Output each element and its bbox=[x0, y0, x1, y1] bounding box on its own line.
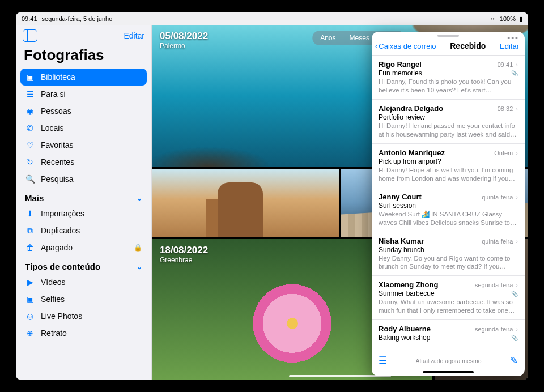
sidebar-edit-button[interactable]: Editar bbox=[124, 31, 144, 40]
photo-thumbnail[interactable] bbox=[152, 169, 339, 237]
sidebar-item-label: Live Photos bbox=[41, 312, 82, 321]
attachment-icon: 📎 bbox=[511, 291, 518, 297]
sidebar-item[interactable]: ♡Favoritas bbox=[20, 137, 147, 154]
mail-row[interactable]: Xiaomeng Zhongsegunda-feira ›📎Summer bar… bbox=[372, 276, 525, 320]
segment-years[interactable]: Anos bbox=[313, 32, 342, 44]
mail-subject: Baking workshop bbox=[379, 334, 518, 342]
sidebar-item[interactable]: ▣Selfies bbox=[20, 291, 147, 308]
sidebar-item-icon: ⧉ bbox=[25, 226, 35, 236]
mail-row[interactable]: Antonio ManriquezOntem ›Pick up from air… bbox=[372, 144, 525, 188]
mail-subject: Pick up from airport? bbox=[379, 157, 518, 165]
chevron-right-icon: › bbox=[516, 282, 518, 288]
sidebar-item-icon: 🗑 bbox=[25, 243, 35, 252]
sidebar-item-label: Locais bbox=[41, 123, 63, 133]
sidebar-item-label: Para si bbox=[41, 90, 66, 99]
mail-preview: Hi Danny! Herland passed me your contact… bbox=[379, 122, 518, 139]
section-types[interactable]: Tipos de conteúdo ⌄ bbox=[20, 256, 147, 274]
group-location: Greenbrae bbox=[160, 256, 208, 264]
sidebar-item[interactable]: ✆Locais bbox=[20, 120, 147, 137]
mail-sender: Rigo Rangel bbox=[379, 60, 422, 69]
sidebar-item-icon: ◎ bbox=[25, 312, 35, 321]
back-button[interactable]: ‹ Caixas de correio bbox=[375, 42, 436, 50]
filter-icon[interactable]: ☰ bbox=[379, 355, 387, 367]
chevron-right-icon: › bbox=[516, 61, 518, 68]
more-icon[interactable]: ••• bbox=[507, 33, 519, 42]
status-time: 09:41 bbox=[22, 15, 37, 22]
sidebar-item-icon: ▣ bbox=[25, 73, 35, 82]
mail-subject: Surf session bbox=[379, 202, 518, 210]
sidebar-item-label: Favoritas bbox=[41, 140, 74, 150]
compose-icon[interactable]: ✎ bbox=[510, 355, 518, 367]
sidebar-item[interactable]: ◉Pessoas bbox=[20, 103, 147, 120]
mail-edit-button[interactable]: Editar bbox=[500, 42, 519, 50]
mail-toolbar: ☰ Atualizado agora mesmo ✎ bbox=[372, 351, 525, 370]
mail-sender: Alejandra Delgado bbox=[379, 104, 443, 113]
mail-preview: Danny, What an awesome barbecue. It was … bbox=[379, 298, 518, 315]
sidebar-item-icon: 🔍 bbox=[25, 174, 35, 184]
chevron-right-icon: › bbox=[516, 326, 518, 333]
mail-row[interactable]: Rigo Rangel09:41 ›📎Fun memoriesHi Danny,… bbox=[372, 56, 525, 100]
mail-subject: Summer barbecue bbox=[379, 289, 518, 297]
mail-sender: Jenny Court bbox=[379, 193, 422, 201]
sidebar-item-label: Retrato bbox=[41, 329, 67, 338]
sidebar-item[interactable]: ▣Biblioteca bbox=[20, 69, 147, 86]
sidebar-item-icon: ♡ bbox=[25, 140, 35, 150]
mail-subject: Sunday brunch bbox=[379, 246, 518, 254]
mail-row[interactable]: Rody Albuernesegunda-feira ›📎Baking work… bbox=[372, 320, 525, 347]
mail-sender: Xiaomeng Zhong bbox=[379, 280, 438, 289]
sidebar-item-label: Duplicados bbox=[41, 226, 80, 235]
wifi-icon: ᯤ bbox=[490, 15, 496, 22]
sidebar-item-icon: ⬇ bbox=[25, 209, 35, 218]
sidebar-item[interactable]: 🔍Pesquisa bbox=[20, 171, 147, 188]
toggle-sidebar-icon[interactable] bbox=[23, 29, 37, 42]
mail-row[interactable]: Jenny Courtquinta-feira ›Surf sessionWee… bbox=[372, 188, 525, 232]
sidebar-item-icon: ↻ bbox=[25, 157, 35, 167]
mail-preview: Hi Danny, Found this photo you took! Can… bbox=[379, 78, 518, 95]
slideover-home-indicator[interactable] bbox=[423, 371, 474, 373]
group-date: 05/08/2022 bbox=[160, 31, 208, 42]
sidebar-item[interactable]: ⧉Duplicados bbox=[20, 222, 147, 239]
chevron-left-icon: ‹ bbox=[375, 42, 377, 50]
mail-subject: Portfolio review bbox=[379, 113, 518, 121]
mail-time: 08:32 › bbox=[498, 105, 518, 112]
mail-sender: Nisha Kumar bbox=[379, 237, 424, 245]
mail-list[interactable]: Rigo Rangel09:41 ›📎Fun memoriesHi Danny,… bbox=[372, 56, 525, 351]
sidebar-item[interactable]: ◎Live Photos bbox=[20, 308, 147, 325]
sidebar-item[interactable]: ☰Para si bbox=[20, 86, 147, 103]
photos-sidebar: Editar Fotografias ▣Biblioteca☰Para si◉P… bbox=[16, 25, 152, 380]
sidebar-item[interactable]: ⬇Importações bbox=[20, 205, 147, 222]
chevron-down-icon: ⌄ bbox=[137, 194, 142, 202]
device-screen: 09:41 segunda-feira, 5 de junho ᯤ 100% ▮… bbox=[16, 12, 528, 380]
attachment-icon: 📎 bbox=[511, 70, 518, 76]
sidebar-item-icon: ☰ bbox=[25, 90, 35, 99]
section-types-label: Tipos de conteúdo bbox=[25, 262, 100, 271]
group-location: Palermo bbox=[160, 42, 208, 50]
mail-time: segunda-feira › bbox=[475, 326, 518, 333]
sidebar-item-label: Recentes bbox=[41, 157, 74, 167]
group-date: 18/08/2022 bbox=[160, 245, 208, 256]
mail-row[interactable]: Nisha Kumarquinta-feira ›Sunday brunchHe… bbox=[372, 232, 525, 276]
lock-icon: 🔒 bbox=[134, 244, 142, 252]
mail-sender: Antonio Manriquez bbox=[379, 148, 445, 157]
date-header: 05/08/2022 Palermo bbox=[160, 31, 208, 50]
sidebar-item-label: Vídeos bbox=[41, 278, 66, 287]
sidebar-item-icon: ◉ bbox=[25, 106, 35, 116]
mail-nav-bar: ‹ Caixas de correio Recebido Editar bbox=[372, 37, 525, 56]
mail-row[interactable]: Alejandra Delgado08:32 ›Portfolio review… bbox=[372, 100, 525, 144]
sidebar-item[interactable]: ↻Recentes bbox=[20, 154, 147, 171]
mail-time: 09:41 › bbox=[498, 61, 518, 68]
mail-sender: Rody Albuerne bbox=[379, 325, 431, 333]
attachment-icon: 📎 bbox=[511, 335, 518, 341]
battery-icon: ▮ bbox=[519, 15, 522, 23]
section-more[interactable]: Mais ⌄ bbox=[20, 188, 147, 205]
sidebar-item[interactable]: 🗑Apagado🔒 bbox=[20, 239, 147, 256]
battery-percent: 100% bbox=[500, 15, 516, 22]
mail-preview: Hey Danny, Do you and Rigo want to come … bbox=[379, 254, 518, 271]
sidebar-item[interactable]: ⊕Retrato bbox=[20, 325, 147, 342]
mail-slideover-panel[interactable]: ••• ‹ Caixas de correio Recebido Editar … bbox=[372, 32, 525, 376]
chevron-right-icon: › bbox=[516, 194, 518, 201]
mail-preview: Weekend Surf 🏄 IN SANTA CRUZ Glassy wave… bbox=[379, 210, 518, 227]
chevron-down-icon: ⌄ bbox=[137, 263, 142, 271]
sidebar-item[interactable]: ▶Vídeos bbox=[20, 274, 147, 291]
segment-months[interactable]: Meses bbox=[343, 32, 376, 44]
